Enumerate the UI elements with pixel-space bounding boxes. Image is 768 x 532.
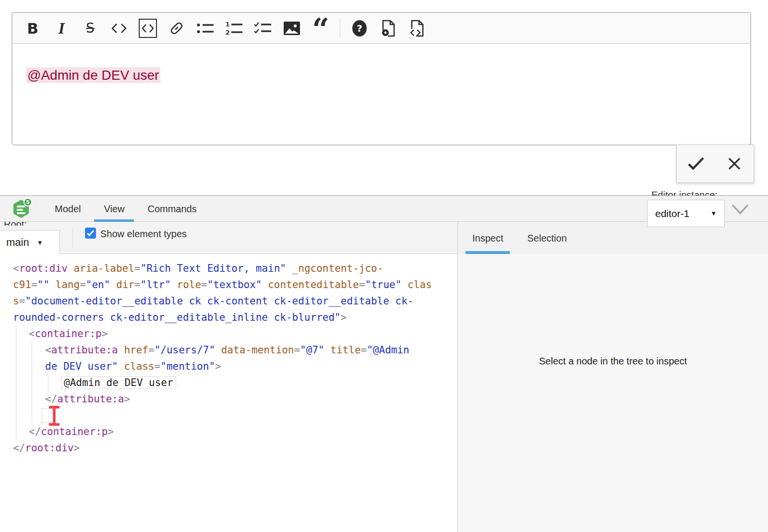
svg-text:5: 5 xyxy=(26,199,30,206)
tree-line[interactable]: <attribute:a href="/users/7" data-mentio… xyxy=(13,342,448,358)
tree-toolbar: Root: main ▼ Show element types xyxy=(0,222,457,254)
ckeditor-inspector: 5 Model View Commands editor-1 ▼ Root: m… xyxy=(0,195,768,532)
toolbar-separator xyxy=(72,228,73,248)
tree-text-node[interactable]: @Admin de DEV user xyxy=(61,376,176,389)
insert-image-button[interactable] xyxy=(277,16,306,41)
select-caret-icon: ▼ xyxy=(710,210,717,217)
italic-button[interactable]: I xyxy=(47,16,76,41)
cancel-button[interactable] xyxy=(718,147,751,180)
tab-selection[interactable]: Selection xyxy=(526,222,567,254)
preview-icon xyxy=(379,19,397,37)
view-tree: <root:div aria-label="Rich Text Editor, … xyxy=(0,254,457,532)
tab-model[interactable]: Model xyxy=(55,196,81,222)
tab-view[interactable]: View xyxy=(104,196,124,222)
ckeditor-logo-icon: 5 xyxy=(12,198,33,220)
mention-action-balloon xyxy=(676,145,754,183)
block-quote-icon: “ xyxy=(312,27,329,43)
code-block-icon xyxy=(138,18,158,38)
tree-line[interactable] xyxy=(13,407,448,423)
source-editing-icon xyxy=(408,19,426,37)
tree-line[interactable]: </container:p> xyxy=(13,423,448,440)
editor-instance-value: editor-1 xyxy=(655,208,689,219)
tree-line[interactable]: <container:p> xyxy=(13,326,448,342)
collapse-inspector-button[interactable] xyxy=(731,203,750,218)
todo-list-icon xyxy=(254,22,272,35)
bulleted-list-icon xyxy=(196,22,215,35)
source-editing-button[interactable] xyxy=(403,16,432,41)
confirm-button[interactable] xyxy=(679,147,713,180)
image-icon xyxy=(283,21,301,36)
link-icon xyxy=(168,20,185,37)
tree-pane: Root: main ▼ Show element types xyxy=(0,222,458,532)
italic-icon: I xyxy=(58,19,64,37)
show-element-types-checkbox[interactable] xyxy=(85,228,96,239)
svg-text:1: 1 xyxy=(226,21,229,28)
mention-chip: @Admin de DEV user xyxy=(26,67,160,83)
code-button[interactable] xyxy=(105,16,133,41)
toolbar-divider xyxy=(340,18,340,38)
code-block-button[interactable] xyxy=(133,16,162,41)
strikethrough-button[interactable]: S xyxy=(76,16,105,41)
screen: B I S xyxy=(0,0,768,532)
preview-button[interactable] xyxy=(374,16,403,41)
checkbox-check-icon xyxy=(86,230,95,237)
tree-line[interactable]: </attribute:a> xyxy=(13,391,448,407)
bulleted-list-button[interactable] xyxy=(191,16,220,41)
editor-toolbar: B I S xyxy=(12,13,750,44)
root-tab-main[interactable]: main ▼ xyxy=(0,230,60,254)
root-tab-label: main xyxy=(6,236,29,249)
editor-editable-area[interactable]: @Admin de DEV user xyxy=(12,44,750,107)
tree-line[interactable]: </root:div> xyxy=(13,440,448,456)
root-tab-caret-icon: ▼ xyxy=(37,239,43,246)
numbered-list-button[interactable]: 1 2 xyxy=(220,16,249,41)
strikethrough-icon: S xyxy=(86,20,95,36)
tab-commands[interactable]: Commands xyxy=(147,196,196,222)
tree-line[interactable]: rounded-corners ck-editor__editable_inli… xyxy=(13,309,448,326)
tab-inspect[interactable]: Inspect xyxy=(471,222,504,254)
block-quote-button[interactable]: “ xyxy=(306,16,335,41)
inspect-pane: Inspect Selection Select a node in the t… xyxy=(458,222,768,532)
editor-instance-label-clipped: Editor instance: xyxy=(651,190,733,195)
tree-line[interactable]: <root:div aria-label="Rich Text Editor, … xyxy=(13,260,448,277)
inspector-body: Root: main ▼ Show element types xyxy=(0,222,768,532)
numbered-list-icon: 1 2 xyxy=(225,21,243,36)
code-icon xyxy=(110,22,128,35)
editor-instance-select[interactable]: editor-1 ▼ xyxy=(647,200,725,227)
close-icon xyxy=(727,156,742,171)
bold-icon: B xyxy=(27,20,38,37)
link-button[interactable] xyxy=(162,16,191,41)
help-button[interactable]: ? xyxy=(345,16,374,41)
show-element-types-label: Show element types xyxy=(100,229,187,240)
tree-line[interactable]: s="document-editor__editable ck ck-conte… xyxy=(13,293,448,309)
help-icon: ? xyxy=(351,20,368,37)
bold-button[interactable]: B xyxy=(18,16,47,41)
tree-line[interactable]: c91="" lang="en" dir="ltr" role="textbox… xyxy=(13,277,448,293)
inspect-empty-message: Select a node in the tree to inspect xyxy=(458,356,768,367)
svg-text:?: ? xyxy=(357,23,362,34)
todo-list-button[interactable] xyxy=(249,16,277,41)
svg-text:2: 2 xyxy=(226,29,229,36)
chevron-down-icon xyxy=(731,203,750,216)
tree-line[interactable]: @Admin de DEV user xyxy=(13,375,448,391)
check-icon xyxy=(686,156,706,172)
rich-text-editor: B I S xyxy=(12,12,751,145)
tree-line[interactable]: de DEV user" class="mention"> xyxy=(13,358,448,375)
